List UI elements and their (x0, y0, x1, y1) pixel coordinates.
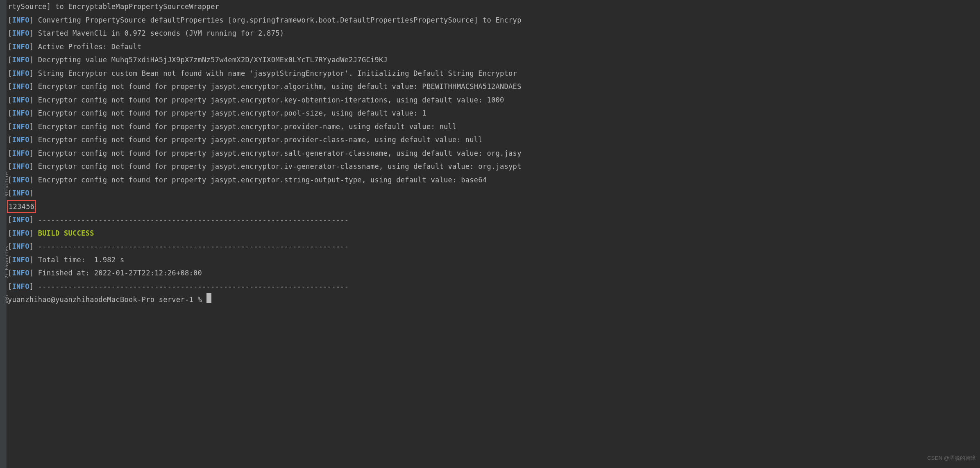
log-message: Decrypting value Muhq57xdiHA5jJX9pX7zmNz… (38, 56, 388, 64)
log-message: ----------------------------------------… (38, 242, 349, 250)
log-message: Finished at: 2022-01-27T22:12:26+08:00 (38, 269, 202, 277)
console-line: [INFO] ---------------------------------… (8, 280, 980, 293)
log-level-info: INFO (12, 29, 29, 37)
log-level-info: INFO (12, 269, 29, 277)
console-line: [INFO] Encryptor config not found for pr… (8, 173, 980, 187)
log-level-info: INFO (12, 56, 29, 64)
log-message: Encryptor config not found for property … (38, 136, 483, 144)
console-line: rtySource] to EncryptableMapPropertySour… (8, 0, 980, 14)
log-level-info: INFO (12, 109, 29, 117)
log-message: Encryptor config not found for property … (38, 149, 522, 157)
console-line: [INFO] Encryptor config not found for pr… (8, 80, 980, 93)
highlighted-output: 123456 (7, 200, 36, 213)
console-line: [INFO] Active Profiles: Default (8, 40, 980, 54)
console-line: [INFO] Encryptor config not found for pr… (8, 107, 980, 120)
console-line: [INFO] ---------------------------------… (8, 240, 980, 253)
log-level-info: INFO (12, 16, 29, 24)
console-line: 123456 (8, 200, 980, 214)
log-level-info: INFO (12, 282, 29, 291)
log-message: Converting PropertySource defaultPropert… (38, 16, 522, 24)
log-level-info: INFO (12, 256, 29, 264)
console-line: [INFO] Finished at: 2022-01-27T22:12:26+… (8, 266, 980, 280)
terminal-output[interactable]: rtySource] to EncryptableMapPropertySour… (8, 0, 980, 307)
log-level-info: INFO (12, 43, 29, 51)
log-message: Encryptor config not found for property … (38, 109, 426, 117)
terminal-prompt: yuanzhihao@yuanzhihaodeMacBook-Pro serve… (8, 295, 206, 304)
console-line: [INFO] BUILD SUCCESS (8, 227, 980, 240)
log-level-info: INFO (12, 82, 29, 91)
log-level-info: INFO (12, 216, 29, 224)
log-message: Active Profiles: Default (38, 43, 142, 51)
console-line: [INFO] Encryptor config not found for pr… (8, 147, 980, 160)
log-message: Encryptor config not found for property … (38, 82, 522, 91)
log-level-info: INFO (12, 136, 29, 144)
log-message: Encryptor config not found for property … (38, 162, 522, 170)
log-level-info: INFO (12, 176, 29, 184)
log-message: Encryptor config not found for property … (38, 176, 487, 184)
terminal-prompt-line[interactable]: yuanzhihao@yuanzhihaodeMacBook-Pro serve… (8, 293, 980, 307)
build-success-text: BUILD SUCCESS (38, 229, 94, 237)
console-line: [INFO] Encryptor config not found for pr… (8, 160, 980, 173)
console-line: [INFO] Encryptor config not found for pr… (8, 133, 980, 147)
log-level-info: INFO (12, 162, 29, 170)
log-level-info: INFO (12, 189, 29, 197)
console-line: [INFO] (8, 186, 980, 200)
log-message: Total time: 1.982 s (38, 256, 125, 264)
console-line: [INFO] Converting PropertySource default… (8, 14, 980, 27)
log-level-info: INFO (12, 123, 29, 131)
log-message: Encryptor config not found for property … (38, 96, 504, 104)
ide-sidebar[interactable]: Structure 2: Favorites Web (0, 0, 7, 468)
log-level-info: INFO (12, 69, 29, 77)
log-level-info: INFO (12, 229, 29, 237)
log-message: ----------------------------------------… (38, 216, 349, 224)
log-message: ----------------------------------------… (38, 282, 349, 291)
console-line: [INFO] Total time: 1.982 s (8, 253, 980, 267)
console-line: [INFO] Decrypting value Muhq57xdiHA5jJX9… (8, 53, 980, 67)
console-line: [INFO] Encryptor config not found for pr… (8, 120, 980, 134)
console-line: [INFO] Encryptor config not found for pr… (8, 93, 980, 107)
log-message: String Encryptor custom Bean not found w… (38, 69, 517, 77)
log-level-info: INFO (12, 242, 29, 250)
watermark-text: CSDN @洒脱的智障 (927, 452, 976, 465)
log-level-info: INFO (12, 149, 29, 157)
terminal-cursor (206, 293, 211, 303)
console-line: [INFO] Started MavenCli in 0.972 seconds… (8, 27, 980, 40)
log-message: Started MavenCli in 0.972 seconds (JVM r… (38, 29, 284, 37)
log-message: Encryptor config not found for property … (38, 123, 457, 131)
console-line: [INFO] String Encryptor custom Bean not … (8, 67, 980, 80)
log-level-info: INFO (12, 96, 29, 104)
console-line: [INFO] ---------------------------------… (8, 213, 980, 227)
